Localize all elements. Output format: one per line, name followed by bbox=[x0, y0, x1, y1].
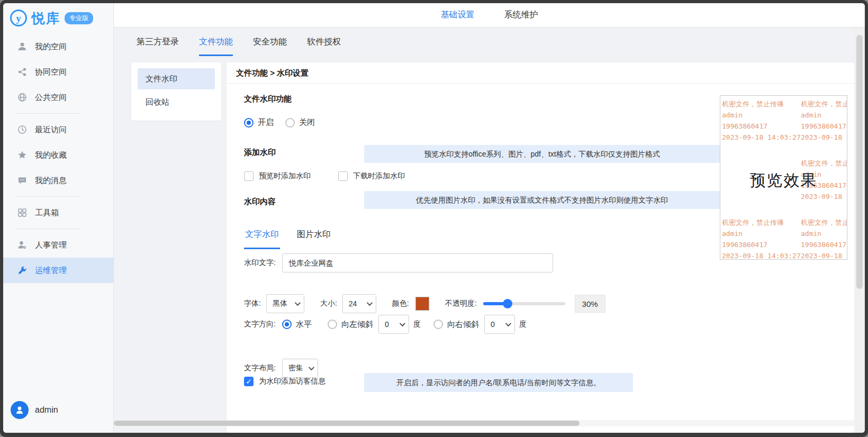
subnav-item-file-watermark[interactable]: 文件水印 bbox=[138, 68, 215, 89]
font-label: 字体: bbox=[244, 299, 261, 308]
tab-file-features[interactable]: 文件功能 bbox=[199, 37, 233, 56]
sidebar-item-label: 人事管理 bbox=[35, 240, 67, 250]
radio-enable[interactable] bbox=[244, 118, 254, 128]
topnav-item-basic-settings[interactable]: 基础设置 bbox=[441, 10, 475, 21]
user-gear-icon bbox=[17, 240, 28, 250]
text-layout-row: 文字布局: 密集 bbox=[244, 359, 318, 378]
topnav-item-system-maintenance[interactable]: 系统维护 bbox=[504, 10, 538, 21]
sidebar-item-messages[interactable]: 我的消息 bbox=[3, 168, 113, 193]
chevron-down-icon bbox=[309, 365, 314, 370]
watermark-sample: 机密文件，禁止传播admin199638604172023-09-18 14:0… bbox=[801, 217, 847, 260]
lean-right-degree-select[interactable]: 0 bbox=[484, 315, 515, 334]
radio-lean-right[interactable] bbox=[433, 320, 443, 329]
radio-disable[interactable] bbox=[285, 118, 295, 128]
text-layout-select[interactable]: 密集 bbox=[282, 359, 318, 378]
logo[interactable]: y 悦库 专业版 bbox=[3, 3, 113, 33]
font-settings-row: 字体: 黑体 大小: 24 颜色: 不透明度: 30% bbox=[244, 294, 605, 313]
size-select-value: 24 bbox=[349, 299, 357, 308]
opacity-label: 不透明度: bbox=[445, 299, 477, 308]
chevron-down-icon bbox=[400, 321, 405, 326]
opacity-slider[interactable] bbox=[483, 299, 565, 308]
tab-third-party-login[interactable]: 第三方登录 bbox=[137, 37, 179, 56]
radio-lean-left[interactable] bbox=[328, 320, 337, 329]
lean-left-degree-value: 0 bbox=[385, 320, 389, 329]
degree-label: 度 bbox=[413, 320, 421, 329]
user-account[interactable]: admin bbox=[11, 401, 58, 419]
lean-right-degree-value: 0 bbox=[491, 320, 495, 329]
watermark-text-label: 水印文字: bbox=[244, 258, 276, 268]
sidebar-item-label: 最近访问 bbox=[35, 125, 67, 135]
logo-text: 悦库 bbox=[32, 10, 60, 27]
sidebar-item-toolbox[interactable]: 工具箱 bbox=[3, 200, 113, 225]
sidebar-item-hr-management[interactable]: 人事管理 bbox=[3, 232, 113, 258]
size-label: 大小: bbox=[320, 299, 337, 308]
text-layout-label: 文字布局: bbox=[244, 363, 276, 373]
radio-enable-label: 开启 bbox=[258, 117, 274, 128]
sub-nav-panel: 文件水印 回收站 bbox=[131, 62, 221, 121]
sidebar-item-ops-management[interactable]: 运维管理 bbox=[3, 258, 113, 283]
horizontal-scrollbar-thumb[interactable] bbox=[114, 421, 580, 426]
message-icon bbox=[17, 175, 28, 186]
radio-lean-left-label: 向左倾斜 bbox=[341, 320, 373, 330]
chevron-down-icon bbox=[505, 321, 511, 326]
subnav-item-recycle-bin[interactable]: 回收站 bbox=[138, 92, 215, 113]
font-select[interactable]: 黑体 bbox=[266, 294, 304, 313]
sidebar-item-favorites[interactable]: 我的收藏 bbox=[3, 142, 113, 168]
sidebar-item-label: 我的消息 bbox=[35, 176, 67, 186]
sidebar-divider bbox=[16, 113, 82, 114]
watermark-sample: 机密文件，禁止传播admin199638604172023-09-18 14:0… bbox=[722, 217, 801, 260]
breadcrumb: 文件功能 > 水印设置 bbox=[227, 62, 854, 84]
vertical-scrollbar[interactable] bbox=[854, 28, 865, 433]
degree-label: 度 bbox=[519, 320, 527, 329]
edition-badge: 专业版 bbox=[65, 12, 93, 24]
sidebar-menu: 我的空间 协同空间 公共空间 最近访问 我的收藏 我的消息 bbox=[3, 34, 113, 283]
vertical-scrollbar-thumb[interactable] bbox=[856, 35, 863, 289]
sidebar-item-recent[interactable]: 最近访问 bbox=[3, 117, 113, 142]
watermark-sample: 机密文件，禁止传播admin199638604172023-09-18 14:0… bbox=[801, 98, 847, 143]
watermark-feature-radio-group: 开启 关闭 bbox=[244, 117, 315, 128]
watermark-content-info: 优先使用图片水印，如果没有设置或文件格式不支持图片水印则使用文字水印 bbox=[364, 191, 720, 209]
sidebar-divider bbox=[16, 229, 82, 229]
chevron-down-icon bbox=[367, 300, 373, 306]
sidebar: y 悦库 专业版 我的空间 协同空间 公共空间 最近访问 bbox=[3, 3, 114, 433]
chevron-down-icon bbox=[295, 300, 301, 306]
sidebar-item-label: 工具箱 bbox=[35, 208, 59, 218]
tab-image-watermark[interactable]: 图片水印 bbox=[296, 229, 332, 249]
slider-thumb[interactable] bbox=[503, 299, 512, 308]
sidebar-item-my-space[interactable]: 我的空间 bbox=[3, 34, 113, 59]
checkbox-download-watermark-label: 下载时添加水印 bbox=[353, 171, 405, 181]
horizontal-scrollbar[interactable] bbox=[114, 420, 854, 426]
sidebar-item-label: 我的收藏 bbox=[35, 150, 67, 160]
sidebar-item-label: 运维管理 bbox=[35, 266, 67, 276]
sidebar-item-collab-space[interactable]: 协同空间 bbox=[3, 59, 113, 85]
watermark-type-tabs: 文字水印 图片水印 bbox=[244, 229, 332, 249]
settings-tabs: 第三方登录 文件功能 安全功能 软件授权 bbox=[114, 28, 865, 56]
tab-text-watermark[interactable]: 文字水印 bbox=[244, 229, 280, 249]
sidebar-item-public-space[interactable]: 公共空间 bbox=[3, 85, 113, 110]
radio-horizontal[interactable] bbox=[282, 320, 292, 329]
section-label-watermark-feature: 文件水印功能 bbox=[244, 94, 292, 104]
font-select-value: 黑体 bbox=[273, 299, 287, 308]
watermark-sample: 机密文件，禁止传播admin199638604172023-09-18 14:0… bbox=[722, 98, 801, 143]
watermark-text-input[interactable]: 悦库企业网盘 bbox=[282, 253, 553, 272]
top-nav: 基础设置 系统维护 bbox=[114, 3, 865, 28]
radio-disable-label: 关闭 bbox=[299, 117, 315, 128]
add-watermark-checkboxes: 预览时添加水印 下载时添加水印 bbox=[244, 171, 405, 181]
lean-left-degree-select[interactable]: 0 bbox=[378, 315, 409, 334]
sidebar-item-label: 我的空间 bbox=[35, 42, 67, 52]
watermark-preview-panel: 机密文件，禁止传播admin199638604172023-09-18 14:0… bbox=[720, 95, 847, 260]
logo-icon: y bbox=[10, 9, 28, 27]
checkbox-preview-watermark[interactable] bbox=[244, 171, 254, 181]
text-direction-row: 文字方向: 水平 向左倾斜 0 度 向右倾斜 0 度 bbox=[244, 315, 527, 334]
color-swatch[interactable] bbox=[415, 297, 429, 311]
checkbox-download-watermark[interactable] bbox=[338, 171, 348, 181]
clock-icon bbox=[17, 124, 28, 135]
tab-software-license[interactable]: 软件授权 bbox=[307, 37, 341, 56]
size-select[interactable]: 24 bbox=[342, 294, 376, 313]
star-icon bbox=[17, 150, 28, 160]
app-root: y 悦库 专业版 我的空间 协同空间 公共空间 最近访问 bbox=[3, 3, 865, 433]
text-layout-value: 密集 bbox=[288, 363, 303, 373]
tab-security-features[interactable]: 安全功能 bbox=[253, 37, 287, 56]
preview-title: 预览效果 bbox=[720, 170, 847, 192]
checkbox-visitor-info[interactable]: ✓ bbox=[244, 377, 254, 386]
